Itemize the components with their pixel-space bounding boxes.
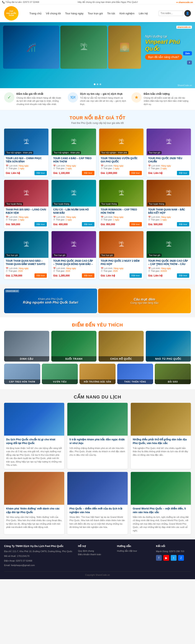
diem-label-4: NHÀ TÙ PHÚ QUỐC [146, 356, 191, 362]
tour-section: TOUR NỔI BẬT GIÁ TỐT Feel the Phú Quốc c… [0, 110, 195, 284]
tour-badge-7: Tour tuyến thống [100, 202, 118, 206]
tour-lichtrinh-12: 📅Lịch trình: Hàng ngày [148, 267, 189, 270]
tour-btn-6[interactable]: Đặt tour [82, 222, 94, 226]
cn-desc-1: Hà tặng hoàn thiện 'mở tốt' cho cán bộng… [6, 446, 62, 467]
tour-btn-11[interactable]: Đặt tour [129, 274, 142, 278]
hero-title-2: Vinpearl Phú Quốc [145, 38, 192, 52]
tour-img-4: 🏝 Tour trọn gói [146, 128, 191, 155]
nav-tour-hang-ngay[interactable]: Tour hàng ngày [63, 11, 85, 16]
nav-tin-tuc[interactable]: Tin tức [105, 11, 117, 16]
tour-body-9: TOUR THAM QUAN NAO ĐẢO – THAM QUAN ĐẦM V… [4, 258, 49, 279]
tour-title-11: TOUR PHÚ QUỐC 2 NGÀY 2 ĐÊM PHÙ HỢP [101, 260, 142, 266]
hero-dots [94, 84, 101, 85]
tour-img-2: 🏝 Tour trải nghiệm - khám phá [52, 128, 96, 155]
tour-btn-8[interactable]: Đặt tour [177, 222, 189, 226]
tour-grid: 🏝 Tour trải nghiệm - khám phá TOUR LEO N… [4, 128, 191, 279]
diem-den-title: ĐIỂM ĐẾN YÊU THÍCH [4, 322, 191, 328]
tour-lichtrinh-1: 📅Lịch trình: Hàng ngày [6, 165, 47, 167]
tour-btn-9[interactable]: Đặt tour [35, 274, 47, 278]
nav-tour-tron-goi[interactable]: Tour trọn gói [86, 11, 104, 16]
zalo-button[interactable]: Zalo [183, 51, 192, 56]
tour-btn-12[interactable]: Đặt tour [177, 274, 189, 278]
footer-dat-tour[interactable]: Hướng dẫn đặt tour [117, 550, 152, 552]
search-input[interactable] [159, 11, 183, 16]
diem-card-suoi-tranh[interactable]: SUỐI TRANH [51, 331, 96, 362]
banner-1[interactable]: Khám phá Phú Quốc Rừng nguyên sinh Phú Q… [4, 288, 97, 313]
zalo-icon[interactable]: Z [178, 555, 184, 561]
tour-btn-7[interactable]: Đặt tour [129, 222, 142, 226]
tour-img-8: 🏝 Tour tuyến thống [146, 180, 191, 206]
top-bar: 📞 Tổng đài tư vấn: 02973 37 02468 Hãy để… [0, 0, 195, 4]
tour-btn-2[interactable]: Đặt tour [82, 171, 94, 175]
tour-title-9: TOUR THAM QUAN NAO ĐẢO – THAM QUAN ĐẦM V… [6, 260, 47, 266]
diem-sm-label-5: ĐẢI SÁO [155, 380, 191, 384]
hero-dot-3[interactable] [100, 84, 101, 85]
diem-card-vuon-tieu[interactable]: VƯỜN TIÊU [42, 364, 78, 384]
diem-card-hoi-truong[interactable]: HỒI TRƯỜNG ĐẶC SẢN [79, 364, 116, 384]
tour-img-9: 🏝 Tour trọn gói [4, 231, 49, 258]
tour-price-row-12: Giá: Liên hệ Đặt tour [148, 274, 189, 278]
tour-btn-5[interactable]: Đặt tour [35, 222, 47, 226]
youtube-icon[interactable]: ▶ [163, 555, 169, 561]
diem-den-grid-bottom: CÁP TREO HÒN THƠM VƯỜN TIÊU HỒI TRƯỜNG Đ… [4, 364, 191, 384]
tour-section-title: TOUR NỔI BẬT GIÁ TỐT Feel the Phú Quốc c… [4, 115, 191, 124]
tour-badge-5: Tour tuyến thống [5, 202, 23, 206]
cn-title-4: Khám phá 'thiên đường' mới dành cho các … [6, 507, 62, 514]
tour-card-11: 🏝 Tour trọn gói TOUR PHÚ QUỐC 2 NGÀY 2 Đ… [99, 231, 143, 279]
banner-2-title: Câu mực đêm [130, 298, 158, 301]
cn-title-5: Phú Quốc – điểm đến mới của du lịch trải… [69, 507, 125, 514]
hero-background: 🎢 🏝 🌅 Nghỉ dưỡng tại Vinpearl Phú Quốc B… [0, 22, 195, 88]
hero-watermark: ShareCode.vn [177, 84, 192, 86]
feature-desc-2: Tổ đội tư vẫn hỗ trợ khách hàng nhanh và… [80, 96, 127, 106]
user-icon[interactable]: 👤 [184, 10, 191, 16]
tour-title-2: TOUR CANO 4 ĐẢO – CÁP TREO HÒN THƠM [53, 157, 94, 164]
facebook-button[interactable]: f [187, 60, 192, 64]
tour-img-7: 🏝 Tour tuyến thống [99, 180, 143, 206]
nav-ve-chung-toi[interactable]: Về chúng tôi [44, 11, 62, 16]
cn-card-1: Du lịch Phú Quốc chuẩn bị gì cho khát vọ… [4, 403, 64, 469]
hero-text: Nghỉ dưỡng tại Vinpearl Phú Quốc Bạn đã … [142, 26, 192, 69]
tour-badge-3: Tour trải nghiệm - khám phá [100, 151, 128, 154]
tour-thoigian-1: ⏱Thời gian: 1 ngày [6, 167, 47, 170]
diem-label-3: CHÙA HỒ QUỐC [99, 356, 144, 362]
tour-body-3: TOUR TREKKING VƯỜN QUỐC GIA PHÚ QUỐC 📅Lị… [99, 155, 143, 177]
diem-card-cap-treo[interactable]: CÁP TREO HÒN THƠM [4, 364, 40, 384]
diem-card-thac-thien[interactable]: THÁC THIÊN YÊNG [117, 364, 153, 384]
nav-lien-he[interactable]: Liên hệ [137, 11, 149, 16]
twitter-icon[interactable]: t [171, 555, 176, 561]
diem-card-chua-ho-quoc[interactable]: CHÙA HỒ QUỐC [99, 331, 144, 362]
feature-title-1: Đảm bảo giá tốt nhất [17, 92, 64, 95]
diem-card-dinh-cau[interactable]: DINH CẬU [4, 331, 49, 362]
cn-card-4: Khám phá 'thiên đường' mới dành cho các … [4, 472, 64, 534]
banner-2[interactable]: Câu mực đêm Cùng ngư dân làng đảo [98, 288, 191, 313]
tour-body-4: TOUR PHÚ QUỐC 2N2Đ TIÊU CHUẨN 📅Lịch trìn… [146, 155, 191, 177]
footer-quy-dinh[interactable]: Quy định chung [78, 550, 113, 552]
diem-sm-label-3: HỒI TRƯỜNG ĐẶC SẢN [79, 380, 116, 384]
nav-trang-chu[interactable]: Trang chủ [28, 11, 43, 16]
cn-img-2 [67, 403, 127, 436]
diem-card-nha-tu[interactable]: NHÀ TÙ PHÚ QUỐC [146, 331, 191, 362]
cam-nang-grid: Du lịch Phú Quốc chuẩn bị gì cho khát vọ… [4, 403, 191, 534]
hero-dot-1[interactable] [94, 84, 95, 85]
tour-btn-4[interactable]: Đặt tour [177, 171, 189, 175]
footer-address: Địa chỉ: 111-7, Khu Phố 10, Đường CMT8, … [4, 550, 74, 553]
hero-dot-2[interactable] [97, 84, 98, 85]
footer-dieu-khoan[interactable]: Điều khoản thanh toán [78, 553, 113, 556]
feature-icon-2: 🍽 [68, 92, 78, 102]
tour-card-2: 🏝 Tour trải nghiệm - khám phá TOUR CANO … [52, 128, 96, 177]
footer-col-ketnoi: Kết nối Mạnh Dùng: 02973 298 703 f ▶ t Z [156, 544, 191, 568]
features-section: ✓ Đảm bảo giá tốt nhất Chúng tôi đảm bảo… [0, 88, 195, 110]
hero-img-2: 🏝 [60, 26, 107, 69]
main-nav: Trang chủ Về chúng tôi Tour hàng ngày To… [28, 11, 149, 16]
tour-btn-10[interactable]: Đặt tour [82, 274, 94, 278]
tour-title-6: CÂU CÁ – LẶN NGẮM SAN HÔ NAM ĐẢO [53, 208, 94, 215]
tour-title-10: TOUR PHÚ QUỐC 2N1Đ CAO CẤP – THAM QUAN Đ… [53, 260, 94, 266]
facebook-icon[interactable]: f [156, 555, 162, 561]
tour-body-6: CÂU CÁ – LẶN NGẮM SAN HÔ NAM ĐẢO 📅Lịch t… [52, 206, 96, 228]
tour-btn-1[interactable]: Đặt tour [35, 171, 47, 175]
cam-nang-heading: CẨM NANG DU LỊCH [4, 394, 191, 400]
diem-card-dai-sao[interactable]: ĐẢI SÁO [155, 364, 191, 384]
nav-kinh-nghiem[interactable]: Kinh nghiệm [118, 11, 136, 16]
tour-card-8: 🏝 Tour tuyến thống TOUR THAM QUAN NAM – … [146, 180, 191, 228]
tour-btn-3[interactable]: Đặt tour [129, 171, 142, 175]
